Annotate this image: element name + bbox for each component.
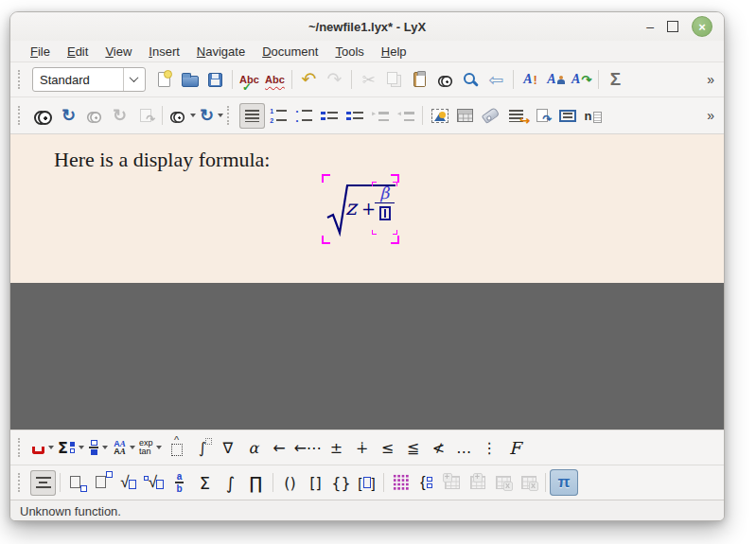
emphasis-button[interactable]: A ! [518,67,543,93]
insert-cross-reference-button[interactable]: ↪ [503,103,529,129]
toggle-math-toolbar-button[interactable]: π [550,469,578,496]
formula-numerator[interactable]: β [380,184,390,202]
insert-index-button[interactable] [554,103,580,129]
empty-math-cell[interactable] [379,206,391,220]
navigate-back-button[interactable]: ⇦ [483,67,509,93]
undo-button[interactable]: ↶ [296,67,322,93]
menu-file[interactable]: File [22,43,59,61]
parentheses-button[interactable]: () [277,470,303,496]
find-button[interactable] [432,67,458,93]
insert-citation-button[interactable] [529,103,554,129]
menu-tools[interactable]: Tools [326,43,372,61]
delimiters-button[interactable]: [] [354,470,379,496]
spellcheck-button[interactable]: Abc ✓ [237,67,262,93]
math-inset[interactable]: z + β [322,174,399,244]
description-list-button[interactable] [316,103,342,129]
paragraph-text[interactable]: Here is a display formula: [54,148,271,172]
vdots-button[interactable]: ⋮ [477,435,502,461]
copy-button[interactable] [381,67,407,93]
greek-letters-button[interactable]: α [240,435,266,461]
math-decorations-button[interactable] [30,435,56,461]
decrease-depth-button[interactable]: ◂ [393,103,418,129]
product-button[interactable]: ∏ [243,470,269,496]
display-formula-toggle[interactable] [30,470,56,496]
big-operators-button[interactable]: Σ [56,435,86,461]
update-master-button[interactable]: ↻ [107,103,132,129]
noun-style-button[interactable]: A [543,67,569,93]
nth-root-button[interactable]: √ [141,470,167,496]
menu-insert[interactable]: Insert [140,43,188,61]
continuous-spellcheck-button[interactable]: Abc [262,67,288,93]
find-replace-button[interactable] [458,67,483,93]
insert-math-button[interactable]: Σ [603,67,628,93]
open-document-button[interactable] [177,67,202,93]
menu-navigate[interactable]: Navigate [188,43,254,61]
apply-style-button[interactable]: A ↷ [569,67,594,93]
insert-matrix-button[interactable] [388,470,413,496]
sum-button[interactable]: Σ [192,470,218,496]
functions-button[interactable]: exp tan [137,435,165,461]
arrows-button[interactable]: ← [266,435,291,461]
bullet-list-button[interactable]: • • [290,103,316,129]
integral-button[interactable]: ∫ [218,470,243,496]
view-button[interactable] [30,103,56,129]
save-button[interactable] [202,67,228,93]
fraction-button[interactable]: ab [167,470,192,496]
numbered-list-button[interactable]: 1 2 [265,103,290,129]
add-row-button[interactable] [439,470,465,496]
font-styles-button[interactable]: AA AA [112,435,137,461]
close-icon[interactable]: × [692,16,712,37]
new-document-button[interactable] [151,67,177,93]
view-master-button[interactable] [81,103,107,129]
leq-button[interactable]: ≤ [375,435,400,461]
square-root-button[interactable]: √ [115,470,141,496]
math-frame-button[interactable] [164,435,189,461]
increase-depth-button[interactable]: ▸ [367,103,393,129]
paste-button[interactable] [407,67,432,93]
delete-row-button[interactable] [490,470,516,496]
subscript-button[interactable] [64,470,90,496]
menu-document[interactable]: Document [254,43,326,61]
delete-column-button[interactable] [516,470,541,496]
document-canvas[interactable]: Here is a display formula: z + β [10,133,724,283]
superscript-button[interactable] [90,470,115,496]
redo-button[interactable]: ↷ [322,67,347,93]
big-integral-button[interactable]: ∫ [189,435,215,461]
not-less-button[interactable]: ≮ [426,435,451,461]
nabla-button[interactable]: ∇ [215,435,240,461]
ldots-button[interactable]: … [451,435,477,461]
labeled-list-button[interactable] [342,103,367,129]
insert-nomenclature-button[interactable]: n [580,103,606,129]
letter-styles-button[interactable]: F [502,435,528,461]
maximize-icon[interactable] [667,21,678,32]
formula-variable[interactable]: z [345,196,357,219]
insert-graphics-button[interactable] [427,103,452,129]
view-other-formats-button[interactable] [167,103,198,129]
fractions-button[interactable] [86,435,112,461]
toolbar-overflow-button[interactable]: » [703,108,718,123]
menu-view[interactable]: View [97,43,140,61]
minimize-icon[interactable]: – [646,22,654,31]
menu-edit[interactable]: Edit [59,43,97,61]
dashed-arrows-button[interactable]: ←⋯ [291,435,323,461]
dot-plus-button[interactable]: ∔ [349,435,375,461]
add-column-button[interactable] [465,470,490,496]
menu-help[interactable]: Help [373,43,415,61]
title-bar[interactable]: ~/newfile1.lyx* - LyX – × [10,12,724,41]
update-other-formats-button[interactable]: ↻ [198,103,225,129]
formula-fraction[interactable]: β [375,184,395,220]
insert-cases-button[interactable]: { [413,470,439,496]
update-button[interactable]: ↻ [56,103,81,129]
paragraph-style-select[interactable]: Standard [32,67,146,92]
standard-layout-button[interactable] [239,103,265,129]
plus-minus-button[interactable]: ± [324,435,349,461]
leqq-button[interactable]: ≦ [400,435,426,461]
insert-label-button[interactable] [478,103,503,129]
insert-table-button[interactable] [452,103,478,129]
cut-button[interactable]: ✂ [356,67,381,93]
chevron-down-icon [102,446,108,449]
toolbar-overflow-button[interactable]: » [703,72,718,87]
brackets-button[interactable]: [] [303,470,328,496]
braces-button[interactable]: {} [328,470,354,496]
cancel-export-button[interactable] [132,103,158,129]
